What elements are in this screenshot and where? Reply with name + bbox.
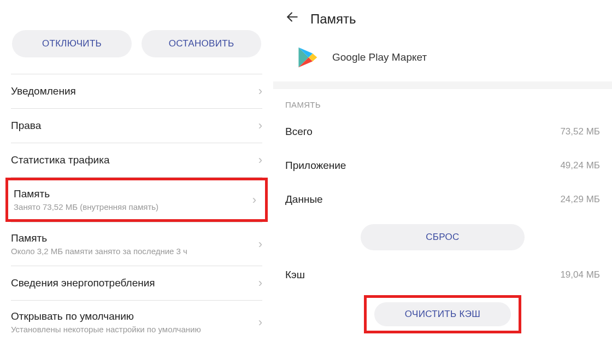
row-label: Приложение — [285, 160, 346, 172]
item-subtitle: Занято 73,52 МБ (внутренняя память) — [14, 202, 252, 212]
open-by-default-item[interactable]: Открывать по умолчанию Установлены некот… — [0, 301, 273, 344]
row-value: 19,04 МБ — [560, 269, 600, 280]
storage-detail-panel: Память Google Play Маркет ПАМЯТЬ Всего 7… — [273, 0, 612, 364]
google-play-icon — [295, 45, 319, 69]
page-title: Память — [310, 11, 356, 27]
stop-button[interactable]: ОСТАНОВИТЬ — [142, 30, 261, 57]
app-row: Приложение 49,24 МБ — [273, 149, 612, 183]
item-title: Статистика трафика — [11, 154, 258, 166]
permissions-item[interactable]: Права › — [0, 109, 273, 143]
chevron-right-icon: › — [258, 119, 262, 133]
chevron-right-icon: › — [252, 193, 256, 207]
item-title: Память — [14, 188, 252, 200]
app-name: Google Play Маркет — [332, 51, 427, 63]
clear-cache-button[interactable]: ОЧИСТИТЬ КЭШ — [374, 302, 511, 326]
item-title: Открывать по умолчанию — [11, 310, 258, 322]
item-title: Уведомления — [11, 85, 258, 97]
row-value: 49,24 МБ — [560, 160, 600, 171]
chevron-right-icon: › — [258, 315, 262, 330]
traffic-stats-item[interactable]: Статистика трафика › — [0, 143, 273, 177]
clear-cache-highlight: ОЧИСТИТЬ КЭШ — [364, 295, 521, 333]
app-info-panel: ОТКЛЮЧИТЬ ОСТАНОВИТЬ Уведомления › Права… — [0, 0, 273, 364]
disable-button[interactable]: ОТКЛЮЧИТЬ — [12, 30, 132, 57]
action-buttons: ОТКЛЮЧИТЬ ОСТАНОВИТЬ — [0, 0, 273, 74]
row-label: Всего — [285, 126, 313, 138]
power-usage-item[interactable]: Сведения энергопотребления › — [0, 266, 273, 300]
clear-cache-wrap: ОЧИСТИТЬ КЭШ — [273, 292, 612, 337]
divider-strip — [273, 81, 612, 89]
chevron-right-icon: › — [258, 84, 262, 98]
app-header: Google Play Маркет — [273, 36, 612, 81]
reset-wrap: СБРОС — [273, 216, 612, 258]
storage-highlight: Память Занято 73,52 МБ (внутренняя памят… — [5, 178, 268, 222]
memory-item[interactable]: Память Около 3,2 МБ памяти занято за пос… — [0, 222, 273, 266]
notifications-item[interactable]: Уведомления › — [0, 74, 273, 108]
data-row: Данные 24,29 МБ — [273, 183, 612, 216]
storage-item[interactable]: Память Занято 73,52 МБ (внутренняя памят… — [8, 180, 265, 219]
item-subtitle: Около 3,2 МБ памяти занято за последние … — [11, 246, 258, 256]
back-arrow-icon[interactable] — [285, 10, 299, 28]
row-value: 73,52 МБ — [560, 126, 600, 137]
row-value: 24,29 МБ — [560, 194, 600, 205]
chevron-right-icon: › — [258, 237, 262, 251]
total-row: Всего 73,52 МБ — [273, 115, 612, 149]
chevron-right-icon: › — [258, 153, 262, 167]
section-header: ПАМЯТЬ — [273, 89, 612, 115]
cache-row: Кэш 19,04 МБ — [273, 258, 612, 292]
header: Память — [273, 0, 612, 36]
item-title: Память — [11, 232, 258, 244]
chevron-right-icon: › — [258, 276, 262, 290]
reset-button[interactable]: СБРОС — [361, 224, 525, 250]
item-title: Сведения энергопотребления — [11, 277, 258, 289]
row-label: Данные — [285, 193, 323, 206]
row-label: Кэш — [285, 269, 305, 281]
item-subtitle: Установлены некоторые настройки по умолч… — [11, 325, 258, 334]
item-title: Права — [11, 120, 258, 132]
